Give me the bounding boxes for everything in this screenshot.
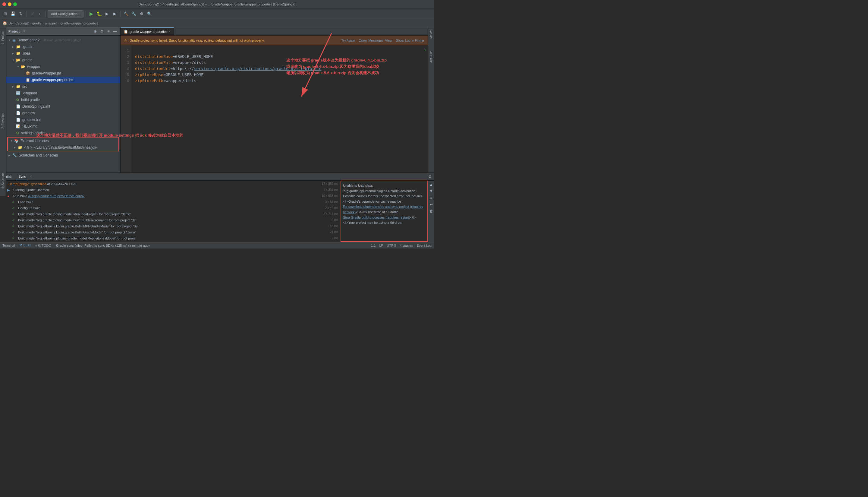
tab-label: gradle-wrapper.properties xyxy=(130,30,167,33)
tree-item-gradlew-bat[interactable]: ▶ 📄 gradlew.bat xyxy=(6,116,120,123)
success-icon-4: ✓ xyxy=(12,206,17,210)
scroll-down-btn[interactable]: ▼ xyxy=(429,188,434,194)
wrap-btn[interactable]: ↩ xyxy=(429,202,434,207)
project-label[interactable]: 1: Project xyxy=(1,31,4,44)
gradle-btn[interactable]: ⚙ xyxy=(138,11,145,17)
maven-label[interactable]: Maven xyxy=(429,30,433,39)
ext-libs-icon: 📚 xyxy=(14,139,19,143)
redownload-link[interactable]: Re-download dependencies and sync projec… xyxy=(343,205,423,214)
build-item-7[interactable]: ✓ Build model 'org.jetbrains.kotlin.grad… xyxy=(0,224,341,230)
cursor-pos: 1:1 xyxy=(371,244,376,247)
toolbar: ⊞ 💾 ↻ ‹ › Add Configuration... ▶ 🐛 ▶ ▶ 🔨… xyxy=(0,9,434,19)
build-item-3[interactable]: ✓ Load build 3 s 61 ms xyxy=(0,200,341,206)
sync-btn[interactable]: ↻ xyxy=(17,11,24,17)
tree-item-build-gradle[interactable]: ▶ ⚙ build.gradle xyxy=(6,97,120,103)
error-banner: ⚠ Gradle project sync failed. Basic func… xyxy=(120,36,428,45)
breadcrumb-wrapper[interactable]: wrapper xyxy=(45,22,57,25)
dropdown-icon[interactable]: ▼ xyxy=(23,30,26,33)
build-item-0[interactable]: ● DemoSpring2: sync failed at 2020-06-24… xyxy=(0,182,341,188)
build-settings-btn[interactable]: ⚙ xyxy=(428,175,431,179)
todo-tab[interactable]: ≡ 6: TODO xyxy=(35,244,51,247)
build-item-5[interactable]: ✓ Build model 'org.gradle.tooling.model.… xyxy=(0,212,341,218)
build-item-2[interactable]: ● Run build /Users/yan/IdeaProjects/Demo… xyxy=(0,194,341,200)
clear-btn[interactable]: 🗑 xyxy=(429,208,434,214)
tree-item-gradlew[interactable]: ▶ 📄 gradlew xyxy=(6,110,120,116)
build-close-btn[interactable]: × xyxy=(30,175,32,178)
build-item-1[interactable]: ▶ Starting Gradle Daemon 1 s 331 ms xyxy=(0,188,341,194)
run-btn[interactable]: ▶ xyxy=(88,11,94,17)
terminal-tab[interactable]: Terminal xyxy=(2,244,15,247)
minimize-button[interactable] xyxy=(8,2,12,6)
project-panel-header: Project ▼ ⊕ ⚙ ≡ — xyxy=(6,27,120,36)
breadcrumb-root[interactable]: DemoSpring2 xyxy=(9,22,29,25)
tree-item-help[interactable]: ▶ 📝 HELP.md xyxy=(6,123,120,130)
divider1 xyxy=(26,11,27,17)
forward-btn[interactable]: › xyxy=(36,11,43,17)
tree-item-settings-gradle[interactable]: ▶ ⚙ settings.gradle xyxy=(6,130,120,136)
zoom-button[interactable] xyxy=(13,2,17,6)
profile-btn[interactable]: ▶ xyxy=(112,11,118,17)
add-config-btn[interactable]: Add Configuration... xyxy=(48,10,84,17)
settings-btn[interactable]: 🔧 xyxy=(131,11,137,17)
build-tabs: Build: Sync × ⚙ xyxy=(0,173,434,181)
check-icon: ✓ xyxy=(424,48,426,52)
breadcrumb-gradle[interactable]: gradle xyxy=(32,22,42,25)
favorites-label[interactable]: 2: Favorites xyxy=(1,113,4,128)
file-icon: 📄 xyxy=(16,111,20,115)
show-log-btn[interactable]: Show Log in Finder xyxy=(396,39,424,42)
ant-build-label[interactable]: Ant Build xyxy=(429,51,433,63)
status-bar-right: 1:1 LF UTF-8 4 spaces Event Log xyxy=(371,244,431,247)
tree-item-scratches[interactable]: ▶ 🔧 Scratches and Consoles xyxy=(6,152,120,159)
build-panel: Build: Sync × ⚙ ● DemoSpring2: sync fail… xyxy=(0,172,434,242)
tree-item-gitignore[interactable]: ▶ 🔤 .gitignore xyxy=(6,90,120,97)
tree-item-wrapper-jar[interactable]: ▶ 📦 gradle-wrapper.jar xyxy=(6,70,120,76)
tree-item-root[interactable]: ▼ ◉ DemoSpring2 ~/IdeaProjects/DemoSprin… xyxy=(6,37,120,43)
tree-item-jdk[interactable]: ▶ 📁 < 9 > ~/Library/Java/JavaVirtualMach… xyxy=(8,144,118,151)
open-messages-btn[interactable]: Open 'Messages' View xyxy=(359,39,392,42)
build-item-6[interactable]: ✓ Build model 'org.gradle.tooling.model.… xyxy=(0,218,341,224)
success-icon-9: ✓ xyxy=(12,237,17,240)
external-libraries-box: ▼ 📚 External Libraries ▶ 📁 < 9 > ~/Libra… xyxy=(7,137,119,152)
tree-item-ext-libs[interactable]: ▼ 📚 External Libraries xyxy=(8,138,118,144)
file-icon: 🔤 xyxy=(16,91,20,95)
breadcrumb-file[interactable]: gradle-wrapper.properties xyxy=(61,22,98,25)
gear-btn[interactable]: ⚙ xyxy=(99,29,105,34)
build-tab-sync[interactable]: Sync xyxy=(16,173,28,180)
build-tab-status[interactable]: ⚒ Build xyxy=(19,243,31,247)
stop-gradle-link[interactable]: Stop Gradle build processes (requires re… xyxy=(343,216,410,219)
scroll-up-btn[interactable]: ▲ xyxy=(429,182,434,187)
event-log[interactable]: Event Log xyxy=(416,244,431,247)
error-actions: Try Again Open 'Messages' View Show Log … xyxy=(341,39,424,42)
tree-item-idea[interactable]: ▶ 📁 .idea xyxy=(6,50,120,57)
try-again-btn[interactable]: Try Again xyxy=(341,39,355,42)
tree-item-wrapper[interactable]: ▼ 📂 wrapper xyxy=(6,63,120,70)
tree-item-src[interactable]: ▶ 📁 src xyxy=(6,83,120,90)
back-btn[interactable]: ‹ xyxy=(29,11,35,17)
window-title: DemoSpring2 [~/IdeaProjects/DemoSpring2]… xyxy=(138,2,295,6)
build-item-9[interactable]: ✓ Build model 'org.jetbrains.plugins.gra… xyxy=(0,236,341,242)
encoding: UTF-8 xyxy=(387,244,396,247)
close-button[interactable] xyxy=(2,2,6,6)
tree-item-gradle-folder[interactable]: ▼ 📂 gradle xyxy=(6,57,120,63)
debug-btn[interactable]: 🐛 xyxy=(96,11,102,17)
save-btn[interactable]: 💾 xyxy=(10,11,16,17)
folder-icon: 📁 xyxy=(16,84,20,89)
settings-btn[interactable]: ≡ xyxy=(106,29,111,34)
filter-btn[interactable]: ≡ xyxy=(429,195,434,201)
code-content[interactable]: distributionBase=GRADLE_USER_HOME distri… xyxy=(131,45,423,172)
build-btn[interactable]: 🔨 xyxy=(123,11,129,17)
project-view-btn[interactable]: ⊞ xyxy=(2,11,9,17)
scope-btn[interactable]: ⊕ xyxy=(92,29,98,34)
minimize-panel-btn[interactable]: — xyxy=(113,29,118,34)
tab-close-btn[interactable]: × xyxy=(169,30,171,33)
tree-item-iml[interactable]: ▶ 📄 DemoSpring2.iml xyxy=(6,103,120,110)
search-btn[interactable]: 🔍 xyxy=(146,11,153,17)
tree-item-gradle[interactable]: ▶ 📁 .gradle xyxy=(6,43,120,50)
editor-tab-props[interactable]: 📋 gradle-wrapper.properties × xyxy=(120,27,174,35)
coverage-btn[interactable]: ▶ xyxy=(104,11,110,17)
left-icon-strip: 1: Project xyxy=(0,27,6,172)
build-item-4[interactable]: ✓ Configure build 2 s 42 ms xyxy=(0,206,341,212)
structure-label[interactable]: 4: Structure xyxy=(1,173,4,189)
build-item-8[interactable]: ✓ Build model 'org.jetbrains.kotlin.grad… xyxy=(0,230,341,236)
tree-item-wrapper-props[interactable]: ▶ 📋 gradle-wrapper.properties xyxy=(6,76,120,83)
